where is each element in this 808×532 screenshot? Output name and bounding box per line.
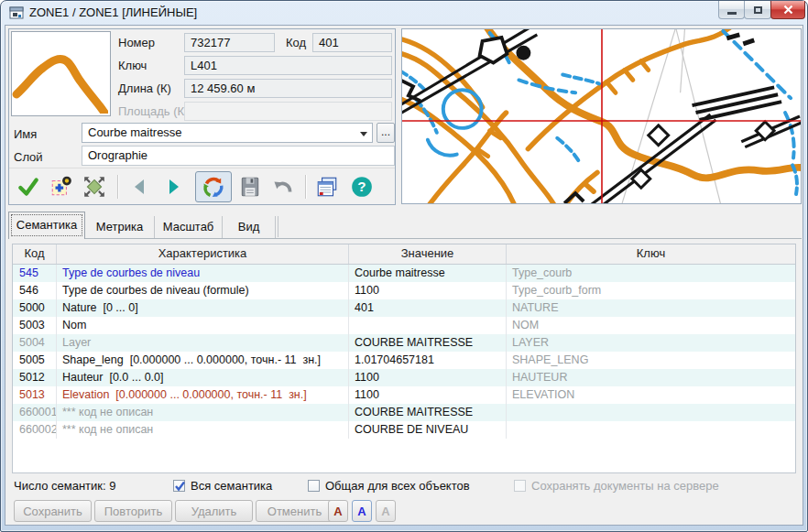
length-field[interactable]: 12 459.60 м <box>184 79 392 98</box>
refresh-button[interactable] <box>195 171 232 202</box>
cell-key[interactable] <box>507 421 795 439</box>
cell-value[interactable] <box>349 317 507 334</box>
cell-value[interactable]: COURBE MAITRESSE <box>349 334 507 352</box>
cell-key[interactable] <box>507 404 795 421</box>
help-icon: ? <box>350 175 374 199</box>
checkbox-all-semantics[interactable]: Вся семантика <box>173 478 272 493</box>
font-style-button-1[interactable]: А <box>328 500 348 522</box>
tab-metrics[interactable]: Метрика <box>85 216 155 238</box>
cell-code[interactable]: 546 <box>13 282 57 299</box>
table-row[interactable]: 5013 Elevation [0.000000 ... 0.000000, т… <box>13 386 795 404</box>
cancel-button[interactable]: Отменить <box>256 500 333 522</box>
apply-check-icon <box>16 175 40 199</box>
map-crosshair <box>402 29 801 203</box>
table-row[interactable]: 5005 Shape_leng [0.000000 ... 0.000000, … <box>13 352 795 369</box>
cell-characteristic[interactable]: Type de courbes de niveau <box>57 265 349 282</box>
repeat-button[interactable]: Повторить <box>94 500 172 522</box>
cell-characteristic[interactable]: Elevation [0.000000 ... 0.000000, точн.-… <box>57 386 349 404</box>
cell-value[interactable]: COURBE DE NIVEAU <box>349 421 507 439</box>
code-field[interactable]: 401 <box>312 33 392 52</box>
cell-key[interactable]: ELEVATION <box>507 386 795 404</box>
table-row[interactable]: 5004 Layer COURBE MAITRESSE LAYER <box>13 334 795 352</box>
tab-semantics[interactable]: Семантика <box>8 212 85 239</box>
cell-code[interactable]: 5000 <box>13 299 57 317</box>
title-bar[interactable]: ZONE1 / ZONE1 [ЛИНЕЙНЫЕ] <box>1 1 807 25</box>
cell-code[interactable]: 545 <box>13 265 57 282</box>
table-row[interactable]: 5003 Nom NOM <box>13 317 795 334</box>
chevron-down-icon[interactable] <box>360 132 367 136</box>
cell-characteristic[interactable]: *** код не описан <box>57 421 349 439</box>
save-button[interactable]: Сохранить <box>14 500 92 522</box>
layer-field[interactable]: Orographie <box>82 146 395 166</box>
table-row[interactable]: 660002 *** код не описан COURBE DE NIVEA… <box>13 421 795 439</box>
map-preview[interactable] <box>401 28 802 204</box>
name-combobox[interactable]: Courbe maitresse <box>82 123 373 143</box>
table-row[interactable]: 5000 Nature [0 ... 0] 401 NATURE <box>13 299 795 317</box>
area-label: Площадь (К) <box>118 104 188 118</box>
cell-characteristic[interactable]: Type de courbes de niveau (formule) <box>57 282 349 299</box>
cell-code[interactable]: 660002 <box>13 421 57 439</box>
minimize-button[interactable] <box>718 1 745 19</box>
cell-code[interactable]: 5013 <box>13 386 57 404</box>
cell-key[interactable]: Type_courb <box>507 265 795 282</box>
cell-key[interactable]: NATURE <box>507 299 795 317</box>
tab-view[interactable]: Вид <box>223 216 276 238</box>
checkbox-box[interactable] <box>173 480 185 492</box>
cell-value[interactable]: 1100 <box>349 369 507 386</box>
semantics-table: Код Характеристика Значение Ключ 545 Typ… <box>12 244 796 473</box>
close-button[interactable] <box>770 1 805 19</box>
cell-key[interactable]: HAUTEUR <box>507 369 795 386</box>
table-row[interactable]: 545 Type de courbes de niveau Courbe mai… <box>13 265 795 282</box>
cell-characteristic[interactable]: Shape_leng [0.000000 ... 0.000000, точн.… <box>57 352 349 369</box>
toolbar-separator <box>305 175 307 199</box>
tab-scale[interactable]: Масштаб <box>155 216 223 238</box>
next-object-button[interactable] <box>157 171 190 202</box>
undo-button[interactable] <box>267 171 300 202</box>
object-report-button[interactable] <box>311 171 344 202</box>
font-style-button-2[interactable]: А <box>352 500 372 522</box>
cell-code[interactable]: 5003 <box>13 317 57 334</box>
checkbox-box[interactable] <box>308 480 320 492</box>
cell-characteristic[interactable]: Nom <box>57 317 349 334</box>
save-button-toolbar[interactable] <box>234 171 267 202</box>
cell-key[interactable]: SHAPE_LENG <box>507 352 795 369</box>
fit-extent-button[interactable] <box>78 171 111 202</box>
delete-button[interactable]: Удалить <box>175 500 253 522</box>
code-label: Код <box>286 36 306 49</box>
semantics-table-body: 545 Type de courbes de niveau Courbe mai… <box>13 265 795 439</box>
cell-key[interactable]: Type_courb_form <box>507 282 795 299</box>
cell-code[interactable]: 5004 <box>13 334 57 352</box>
table-row[interactable]: 546 Type de courbes de niveau (formule) … <box>13 282 795 299</box>
cell-code[interactable]: 660001 <box>13 404 57 421</box>
cell-code[interactable]: 5005 <box>13 352 57 369</box>
checkbox-label: Сохранять документы на сервере <box>531 479 719 493</box>
number-field[interactable]: 732177 <box>184 33 275 52</box>
cell-value[interactable]: 1100 <box>349 386 507 404</box>
cell-characteristic[interactable]: Hauteur [0.0 ... 0.0] <box>57 369 349 386</box>
length-label: Длина (К) <box>118 81 171 95</box>
table-row[interactable]: 5012 Hauteur [0.0 ... 0.0] 1100 HAUTEUR <box>13 369 795 386</box>
cell-key[interactable]: NOM <box>507 317 795 334</box>
checkbox-common-for-all-objects[interactable]: Общая для всех объектов <box>308 478 470 493</box>
help-button[interactable]: ? <box>345 171 378 202</box>
cell-value[interactable]: 1100 <box>349 282 507 299</box>
cell-code[interactable]: 5012 <box>13 369 57 386</box>
refresh-icon <box>201 174 226 200</box>
cell-value[interactable]: Courbe maitresse <box>349 265 507 282</box>
previous-object-button[interactable] <box>124 171 157 202</box>
cell-characteristic[interactable]: Layer <box>57 334 349 352</box>
apply-button[interactable] <box>12 171 45 202</box>
cell-value[interactable]: 401 <box>349 299 507 317</box>
name-browse-button[interactable]: ... <box>377 123 395 143</box>
cell-key[interactable]: LAYER <box>507 334 795 352</box>
key-field[interactable]: L401 <box>184 56 392 75</box>
cell-value[interactable]: 1.01704657181 <box>349 352 507 369</box>
cell-characteristic[interactable]: *** код не описан <box>57 404 349 421</box>
key-label: Ключ <box>118 59 147 72</box>
table-row[interactable]: 660001 *** код не описан COURBE MAITRESS… <box>13 404 795 421</box>
cell-value[interactable]: COURBE MAITRESSE <box>349 404 507 421</box>
cell-characteristic[interactable]: Nature [0 ... 0] <box>57 299 349 317</box>
column-header-key: Ключ <box>507 244 795 264</box>
find-object-button[interactable] <box>45 171 78 202</box>
maximize-button[interactable] <box>744 1 771 19</box>
